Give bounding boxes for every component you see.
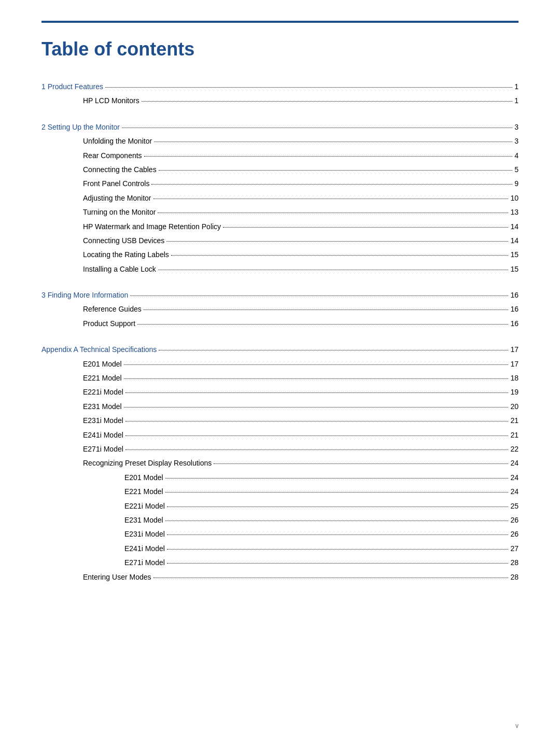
toc-entry[interactable]: E231 Model26	[41, 514, 519, 526]
toc-entry-dots	[142, 101, 513, 102]
toc-entry-page: 3	[514, 135, 519, 147]
toc-entry-text: Installing a Cable Lock	[83, 263, 156, 275]
toc-entry-text: E221 Model	[124, 486, 163, 497]
toc-entry-text: Rear Components	[83, 150, 142, 161]
toc-entry[interactable]: Unfolding the Monitor3	[41, 135, 519, 147]
toc-entry[interactable]: E271i Model22	[41, 443, 519, 455]
toc-entry[interactable]: Front Panel Controls9	[41, 178, 519, 189]
page-footer: v	[515, 722, 519, 729]
toc-entry[interactable]: Connecting the Cables5	[41, 164, 519, 175]
toc-entry-page: 1	[514, 81, 519, 92]
toc-entry-text: Unfolding the Monitor	[83, 135, 152, 147]
toc-entry-dots	[158, 270, 509, 270]
toc-entry[interactable]: Turning on the Monitor13	[41, 206, 519, 218]
toc-entry-dots	[125, 435, 509, 436]
toc-entry[interactable]: E221i Model19	[41, 386, 519, 398]
toc-entry[interactable]: Entering User Modes28	[41, 571, 519, 583]
toc-entry[interactable]: E221 Model24	[41, 486, 519, 497]
toc-entry-page: 10	[510, 192, 519, 204]
toc-entry[interactable]: E231 Model20	[41, 401, 519, 412]
toc-entry-page: 24	[510, 472, 519, 483]
toc-entry[interactable]: HP Watermark and Image Retention Policy1…	[41, 221, 519, 232]
toc-entry-dots	[171, 255, 509, 256]
toc-entry-text: Appendix A Technical Specifications	[41, 344, 157, 355]
toc-entry-text: E221 Model	[83, 372, 122, 384]
toc-entry[interactable]: E201 Model24	[41, 472, 519, 483]
toc-entry[interactable]: E221i Model25	[41, 500, 519, 512]
toc-entry[interactable]: E241i Model21	[41, 429, 519, 441]
toc-entry[interactable]: E271i Model28	[41, 557, 519, 568]
toc-entry[interactable]: 2 Setting Up the Monitor3	[41, 121, 519, 133]
toc-entry-dots	[167, 549, 509, 550]
toc-entry[interactable]: 1 Product Features1	[41, 81, 519, 92]
toc-section-2: 2 Setting Up the Monitor3Unfolding the M…	[41, 121, 519, 275]
toc-entry-text: Connecting USB Devices	[83, 235, 164, 246]
toc-entry-text: Front Panel Controls	[83, 178, 149, 189]
toc-entry-page: 28	[510, 571, 519, 583]
toc-entry-page: 19	[510, 386, 519, 398]
toc-entry[interactable]: E201 Model17	[41, 358, 519, 370]
toc-entry-page: 24	[510, 457, 519, 469]
toc-entry-page: 26	[510, 514, 519, 526]
toc-entry-page: 15	[510, 249, 519, 260]
toc-entry-text: E231 Model	[83, 401, 122, 412]
toc-entry-text: Adjusting the Monitor	[83, 192, 151, 204]
toc-entry[interactable]: Connecting USB Devices14	[41, 235, 519, 246]
toc-entry-dots	[125, 421, 509, 421]
toc-entry-dots	[154, 142, 512, 142]
toc-entry[interactable]: Reference Guides16	[41, 303, 519, 315]
toc-entry-dots	[137, 324, 508, 325]
toc-entry-text: Entering User Modes	[83, 571, 151, 583]
toc-entry-dots	[125, 449, 509, 450]
toc-entry-text: E221i Model	[124, 500, 165, 512]
toc-entry-page: 21	[510, 415, 519, 426]
toc-entry-text: E231i Model	[83, 415, 123, 426]
toc-entry[interactable]: Appendix A Technical Specifications17	[41, 344, 519, 355]
toc-entry-text: Turning on the Monitor	[83, 206, 156, 218]
toc-section-4: Appendix A Technical Specifications17E20…	[41, 344, 519, 583]
toc-entry-text: E201 Model	[124, 472, 163, 483]
toc-entry-dots	[144, 156, 513, 157]
toc-entry-page: 25	[510, 500, 519, 512]
top-border	[41, 21, 519, 23]
toc-entry-page: 5	[514, 164, 519, 175]
toc-entry[interactable]: Rear Components4	[41, 150, 519, 161]
toc-entry-page: 17	[510, 358, 519, 370]
toc-entry-text: E221i Model	[83, 386, 123, 398]
toc-entry-dots	[165, 521, 509, 521]
toc-entry-page: 16	[510, 318, 519, 329]
toc-entry-text: Locating the Rating Labels	[83, 249, 169, 260]
page-title: Table of contents	[41, 38, 519, 60]
toc-entry[interactable]: E221 Model18	[41, 372, 519, 384]
toc-entry-page: 22	[510, 443, 519, 455]
toc-entry-page: 1	[514, 95, 519, 106]
toc-entry-dots	[158, 213, 508, 213]
toc-entry[interactable]: E241i Model27	[41, 543, 519, 554]
toc-entry[interactable]: Recognizing Preset Display Resolutions24	[41, 457, 519, 469]
toc-entry-dots	[124, 378, 509, 379]
toc-entry-dots	[159, 170, 513, 171]
toc-entry-dots	[165, 478, 509, 479]
toc-entry-page: 18	[510, 372, 519, 384]
toc-entry-dots	[124, 407, 509, 407]
toc-entry-text: Product Support	[83, 318, 135, 329]
toc-entry[interactable]: E231i Model21	[41, 415, 519, 426]
toc-entry-dots	[124, 364, 509, 365]
toc-entry-text: 1 Product Features	[41, 81, 103, 92]
toc-entry[interactable]: Installing a Cable Lock15	[41, 263, 519, 275]
toc-entry[interactable]: Adjusting the Monitor10	[41, 192, 519, 204]
toc-entry-text: Recognizing Preset Display Resolutions	[83, 457, 212, 469]
toc-entry-text: HP Watermark and Image Retention Policy	[83, 221, 221, 232]
toc-entry-page: 16	[510, 303, 519, 315]
toc-entry[interactable]: Product Support16	[41, 318, 519, 329]
toc-entry-text: E231i Model	[124, 528, 165, 540]
toc-entry[interactable]: E231i Model26	[41, 528, 519, 540]
toc-entry[interactable]: 3 Finding More Information16	[41, 289, 519, 301]
toc-entry-page: 9	[514, 178, 519, 189]
toc-entry-dots	[153, 578, 509, 578]
toc-entry[interactable]: HP LCD Monitors1	[41, 95, 519, 106]
toc-entry-page: 15	[510, 263, 519, 275]
toc-entry[interactable]: Locating the Rating Labels15	[41, 249, 519, 260]
toc-entry-page: 13	[510, 206, 519, 218]
toc-entry-page: 17	[510, 344, 519, 355]
